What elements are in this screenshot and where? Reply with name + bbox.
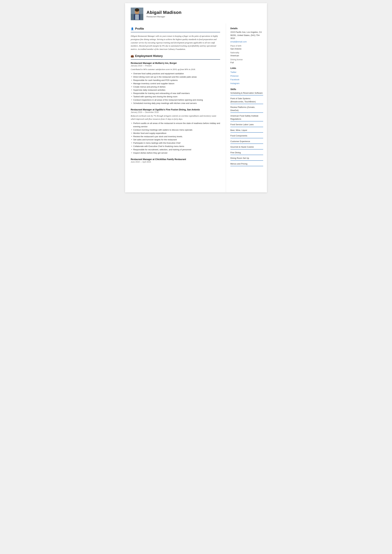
skill-bar — [230, 121, 263, 121]
job-1-summary: Contributed to 96% customer satisfaction… — [131, 68, 220, 71]
place-of-birth: San Antonio — [230, 47, 263, 50]
skill-item-2: Review Platforms (Zomato, DineOut) — [230, 106, 263, 113]
skills-section: Skills Scheduling & Reservation Software… — [230, 88, 263, 166]
bullet-item: Oversee food safety practices and equipm… — [131, 72, 220, 75]
skills-title: Skills — [230, 88, 263, 91]
profile-icon: 👤 — [131, 27, 134, 30]
bullet-item: Responsible for training and onboarding … — [131, 92, 220, 95]
skill-text: Dining Room Set Up — [230, 157, 263, 160]
job-3-title: Restaurant Manager at Chickititas Family… — [131, 158, 220, 161]
bullet-item: Responsible for cash handling and POS sy… — [131, 79, 220, 82]
bullet-item: Conduct morning meetings with waiters to… — [131, 128, 220, 132]
bullet-item: Supervise daily restaurant activities — [131, 88, 220, 92]
job-3: Restaurant Manager at Chickititas Family… — [131, 158, 220, 163]
skill-text: American Food Safety Institute Regulatio… — [230, 114, 263, 120]
skill-bar — [230, 127, 263, 127]
skill-text: Point of Sale Systems (Breadcrumbs, Touc… — [230, 97, 263, 103]
skill-bar — [230, 155, 263, 155]
profile-section-title: 👤 Profile — [131, 27, 220, 30]
skill-bar — [230, 143, 263, 144]
right-column: Details 1515 Pacific Ave, Los Angeles, C… — [226, 23, 267, 192]
candidate-name: Abigail Madison — [147, 10, 182, 15]
skill-bar — [230, 160, 263, 161]
bullet-item: Set sales and turnover targets for the r… — [131, 138, 220, 141]
skill-item-5: Beer, Wine, Liquor — [230, 129, 263, 133]
profile-section: 👤 Profile Diligent Restaurant Manager wi… — [131, 27, 220, 51]
details-address: 1515 Pacific Ave, Los Angeles, CA 90291,… — [230, 31, 263, 40]
skill-text: Fine Dining — [230, 151, 263, 154]
job-1-dates: January 2019 — Present — [131, 65, 220, 67]
skill-bar — [230, 104, 263, 104]
svg-point-8 — [135, 8, 139, 12]
employment-section-title: 💼 Employment History — [131, 54, 220, 58]
bullet-item: Scheduled morning daily prep meetings wi… — [131, 102, 220, 105]
link-facebook[interactable]: Facebook — [230, 78, 263, 81]
skill-item-8: Gourmet & Haute Cuisine — [230, 145, 263, 149]
nationality: American — [230, 54, 263, 57]
job-2: Restaurant Manager at Ogalitto's Fine Fu… — [131, 108, 220, 154]
skill-text: Menus and Pricing — [230, 162, 263, 165]
links-section: Links Twitter Pinterest Facebook Instagr… — [230, 67, 263, 85]
skill-text: Beer, Wine, Liquor — [230, 129, 263, 132]
skill-text: Customer Experience — [230, 140, 263, 143]
driving-license-label: Driving license — [230, 58, 263, 61]
skill-item-7: Customer Experience — [230, 140, 263, 144]
employment-divider — [131, 59, 220, 60]
skill-item-10: Dining Room Set Up — [230, 157, 263, 161]
link-twitter[interactable]: Twitter — [230, 70, 263, 74]
left-column: 👤 Profile Diligent Restaurant Manager wi… — [125, 23, 226, 192]
skill-text: Review Platforms (Zomato, DineOut) — [230, 106, 263, 112]
header: Abigail Madison Restaurant Manager — [125, 3, 267, 23]
skill-bar — [230, 95, 263, 95]
details-section: Details 1515 Pacific Ave, Los Angeles, C… — [230, 27, 263, 64]
profile-text: Diligent Restaurant Manager with six yea… — [131, 35, 220, 51]
bullet-item: Tasked with opening and closing the dini… — [131, 95, 220, 98]
employment-section: 💼 Employment History Restaurant Manager … — [131, 54, 220, 163]
bullet-item: Inspect dishes before they get served — [131, 151, 220, 155]
bullet-item: Responsible for recruitment, selection, … — [131, 148, 220, 151]
nationality-label: Nationality — [230, 52, 263, 54]
skill-item-3: American Food Safety Institute Regulatio… — [230, 114, 263, 121]
bullet-item: Review the restaurant's par stock and in… — [131, 135, 220, 138]
job-1-title: Restaurant Manager at Mulberry Inn, Borg… — [131, 62, 220, 64]
skill-text: Scheduling & Reservation Software — [230, 91, 263, 95]
bullet-item: Collaborate with Executive Chef in final… — [131, 145, 220, 148]
bullet-item: Conduct inspections in all areas of the … — [131, 98, 220, 102]
avatar — [131, 7, 143, 20]
resume-container: Abigail Madison Restaurant Manager 👤 Pro… — [125, 3, 267, 192]
skill-item-9: Fine Dining — [230, 151, 263, 155]
details-email[interactable]: email@email.com — [230, 40, 263, 43]
bullet-item: Create menus and pricing of dishes — [131, 85, 220, 89]
skill-bar — [230, 138, 263, 138]
place-of-birth-label: Place of birth — [230, 45, 263, 47]
avatar-image — [131, 7, 143, 20]
profile-divider — [131, 32, 220, 32]
bullet-item: Monitor food and supply expenditure — [131, 132, 220, 135]
job-1: Restaurant Manager at Mulberry Inn, Borg… — [131, 62, 220, 105]
employment-icon: 💼 — [131, 55, 134, 57]
skill-item-0: Scheduling & Reservation Software — [230, 91, 263, 96]
skill-bar — [230, 132, 263, 133]
skill-item-1: Point of Sale Systems (Breadcrumbs, Touc… — [230, 97, 263, 104]
links-title: Links — [230, 67, 263, 69]
driving-license: Full — [230, 61, 263, 64]
job-1-bullets: Oversee food safety practices and equipm… — [131, 72, 220, 105]
job-2-summary: Reduced overhead costs by 7% through str… — [131, 114, 220, 120]
skill-item-11: Menus and Pricing — [230, 162, 263, 166]
svg-rect-5 — [135, 14, 139, 20]
skill-bar — [230, 149, 263, 149]
link-pinterest[interactable]: Pinterest — [230, 74, 263, 78]
skill-item-4: Food Service Labor Laws — [230, 123, 263, 127]
bullet-item: Direct dining room set up in the restaur… — [131, 75, 220, 79]
main-content: 👤 Profile Diligent Restaurant Manager wi… — [125, 23, 267, 192]
bullet-item: Manage inventory control and supplier li… — [131, 82, 220, 85]
job-2-bullets: Perform audits on all areas of the resta… — [131, 122, 220, 154]
skill-text: Gourmet & Haute Cuisine — [230, 145, 263, 148]
skill-text: Food Components — [230, 134, 263, 137]
bullet-item: Participate in menu tastings with the Ex… — [131, 141, 220, 145]
skill-item-6: Food Components — [230, 134, 263, 138]
details-title: Details — [230, 27, 263, 30]
link-instagram[interactable]: Instagram — [230, 82, 263, 85]
header-text: Abigail Madison Restaurant Manager — [147, 10, 182, 18]
candidate-title: Restaurant Manager — [147, 15, 182, 18]
